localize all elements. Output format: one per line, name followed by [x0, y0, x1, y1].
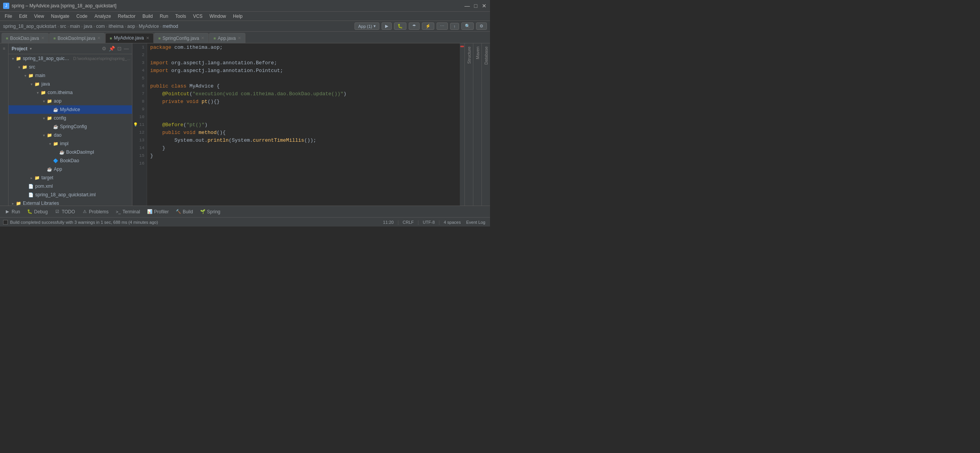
menu-tools[interactable]: Tools: [172, 13, 189, 20]
close-button[interactable]: ✕: [481, 3, 487, 9]
menu-navigate[interactable]: Navigate: [48, 13, 72, 20]
event-log[interactable]: Event Log: [464, 220, 487, 225]
panel-expand-icon[interactable]: ⊡: [117, 46, 122, 51]
menu-window[interactable]: Window: [206, 13, 229, 20]
minimize-button[interactable]: —: [464, 3, 470, 9]
nav-bc-7[interactable]: MyAdvice: [139, 24, 159, 29]
tab-close-icon[interactable]: ✕: [97, 36, 101, 41]
tree-item-16[interactable]: 📄spring_18_aop_quickstart.iml: [9, 190, 132, 199]
tab-bookdaoimpl[interactable]: ■ BookDaoImpl.java ✕: [49, 33, 105, 43]
tree-item-10[interactable]: ▾📁impl: [9, 139, 132, 148]
tree-item-13[interactable]: ☕App: [9, 165, 132, 173]
nav-bc-4[interactable]: com: [96, 24, 105, 29]
maven-label[interactable]: Maven: [475, 46, 480, 59]
editor-scrollbar[interactable]: [460, 43, 464, 206]
tab-myadvice[interactable]: ■ MyAdvice.java ✕: [105, 33, 153, 43]
nav-bc-8[interactable]: method: [163, 24, 178, 29]
problems-tool-button[interactable]: ⚠ Problems: [79, 207, 112, 216]
profiler-tool-button[interactable]: 📊 Profiler: [144, 207, 172, 216]
tab-close-icon[interactable]: ✕: [201, 36, 204, 41]
nav-bc-3[interactable]: java: [84, 24, 92, 29]
tree-item-12[interactable]: 🔷BookDao: [9, 156, 132, 165]
tree-item-2[interactable]: ▾📁main: [9, 71, 132, 80]
git-button[interactable]: ↑: [450, 23, 459, 30]
code-line-1[interactable]: package com.itheima.aop;: [150, 43, 460, 51]
build-tool-button[interactable]: 🔨 Build: [173, 207, 196, 216]
menu-build[interactable]: Build: [139, 13, 156, 20]
nav-bc-0[interactable]: spring_18_aop_quickstart: [3, 24, 56, 29]
tree-item-1[interactable]: ▾📁src: [9, 63, 132, 71]
tab-close-icon[interactable]: ✕: [41, 36, 45, 41]
code-line-15[interactable]: }: [150, 152, 460, 160]
tab-springconfig[interactable]: ■ SpringConfig.java ✕: [154, 33, 209, 43]
tree-item-6[interactable]: ☕MyAdvice: [9, 105, 132, 114]
code-line-5[interactable]: [150, 74, 460, 82]
code-line-11[interactable]: @Before("pt()"): [150, 121, 460, 129]
structure-label[interactable]: Structure: [467, 46, 471, 64]
maximize-button[interactable]: □: [473, 3, 478, 9]
search-everywhere-button[interactable]: 🔍: [461, 22, 474, 30]
menu-code[interactable]: Code: [73, 13, 91, 20]
panel-pin-icon[interactable]: 📌: [109, 46, 115, 51]
nav-bc-5[interactable]: itheima: [109, 24, 124, 29]
database-label[interactable]: Database: [484, 46, 488, 65]
tree-item-4[interactable]: ▾📁com.itheima: [9, 88, 132, 97]
app-button[interactable]: App (1) ▾: [355, 22, 379, 30]
settings-button[interactable]: ⚙: [476, 22, 487, 30]
tree-item-14[interactable]: ▸📁target: [9, 173, 132, 182]
tab-bookdao[interactable]: ■ BookDao.java ✕: [2, 33, 49, 43]
menu-vcs[interactable]: VCS: [190, 13, 206, 20]
code-line-8[interactable]: private void pt(){}: [150, 98, 460, 105]
debug-tool-button[interactable]: 🐛 Debug: [24, 207, 51, 216]
build-checkbox[interactable]: [3, 220, 8, 225]
tree-item-0[interactable]: ▾📁spring_18_aop_quickstartD:\workspace\s…: [9, 54, 132, 63]
menu-view[interactable]: View: [31, 13, 47, 20]
code-line-9[interactable]: [150, 105, 460, 113]
code-line-13[interactable]: System.out.println(System.currentTimeMil…: [150, 136, 460, 144]
tree-item-5[interactable]: ▾📁aop: [9, 97, 132, 105]
nav-bc-2[interactable]: main: [70, 24, 80, 29]
tree-item-17[interactable]: ▸📁External Libraries: [9, 199, 132, 206]
code-line-16[interactable]: [150, 160, 460, 167]
project-tree[interactable]: ▾📁spring_18_aop_quickstartD:\workspace\s…: [9, 54, 132, 206]
panel-settings-icon[interactable]: ⚙: [102, 46, 106, 51]
code-line-6[interactable]: public class MyAdvice {: [150, 82, 460, 90]
nav-bc-1[interactable]: src: [60, 24, 66, 29]
nav-bc-6[interactable]: aop: [127, 24, 135, 29]
tree-item-3[interactable]: ▾📁java: [9, 80, 132, 88]
menu-analyze[interactable]: Analyze: [91, 13, 114, 20]
code-line-12[interactable]: public void method(){: [150, 129, 460, 136]
more-actions-button[interactable]: ⋯: [437, 22, 448, 30]
tree-item-11[interactable]: ☕BookDaoImpl: [9, 148, 132, 156]
window-controls[interactable]: — □ ✕: [464, 3, 487, 9]
code-line-4[interactable]: import org.aspectj.lang.annotation.Point…: [150, 67, 460, 74]
todo-tool-button[interactable]: ☑ TODO: [51, 207, 78, 216]
menu-edit[interactable]: Edit: [16, 13, 30, 20]
tree-item-9[interactable]: ▾📁dao: [9, 131, 132, 139]
menu-refactor[interactable]: Refactor: [115, 13, 139, 20]
code-line-3[interactable]: import org.aspectj.lang.annotation.Befor…: [150, 59, 460, 67]
tree-item-8[interactable]: ☕SpringConfig: [9, 122, 132, 131]
code-line-14[interactable]: }: [150, 144, 460, 152]
tree-item-15[interactable]: 📄pom.xml: [9, 182, 132, 190]
terminal-tool-button[interactable]: >_ Terminal: [113, 207, 143, 216]
coverage-button[interactable]: ☂: [409, 22, 420, 30]
menu-help[interactable]: Help: [230, 13, 246, 20]
menu-run[interactable]: Run: [157, 13, 171, 20]
menu-file[interactable]: File: [2, 13, 15, 20]
panel-minimize-icon[interactable]: —: [124, 46, 129, 51]
tab-close-icon[interactable]: ✕: [238, 36, 241, 41]
code-line-2[interactable]: [150, 51, 460, 59]
code-line-10[interactable]: [150, 113, 460, 121]
tree-item-7[interactable]: ▾📁config: [9, 114, 132, 122]
spring-tool-button[interactable]: 🌱 Spring: [197, 207, 224, 216]
left-strip-btn[interactable]: ≡: [1, 45, 8, 52]
profile-button[interactable]: ⚡: [422, 22, 434, 30]
code-line-7[interactable]: @Pointcut("execution(void com.itheima.da…: [150, 90, 460, 98]
tab-app[interactable]: ■ App.java ✕: [209, 33, 245, 43]
debug-run-button[interactable]: 🐛: [394, 22, 406, 30]
tab-close-icon[interactable]: ✕: [146, 36, 149, 41]
nav-project[interactable]: spring_18_aop_quickstart › src › main › …: [3, 24, 178, 29]
run-button[interactable]: ▶: [382, 22, 392, 30]
run-tool-button[interactable]: ▶ Run: [2, 207, 23, 216]
